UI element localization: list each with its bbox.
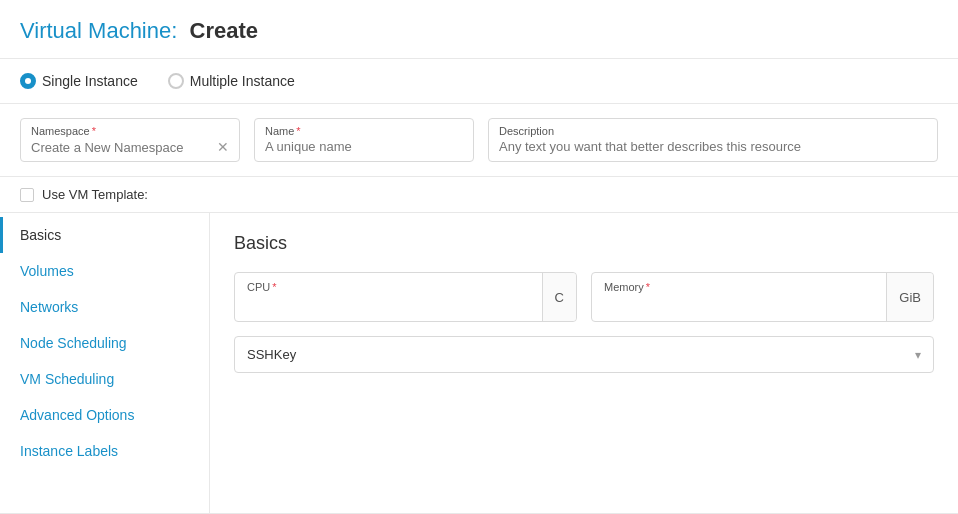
namespace-field: Namespace* ✕ <box>20 118 240 162</box>
page-title: Virtual Machine: Create <box>20 18 938 44</box>
page-header: Virtual Machine: Create <box>0 0 958 59</box>
page-wrapper: Virtual Machine: Create Single Instance … <box>0 0 958 514</box>
cpu-input[interactable] <box>247 298 530 313</box>
main-content: Basics Volumes Networks Node Scheduling … <box>0 213 958 513</box>
cpu-memory-row: CPU* C Memory* GiB <box>234 272 934 322</box>
single-instance-option[interactable]: Single Instance <box>20 73 138 89</box>
cpu-inner: CPU* <box>235 273 542 321</box>
multiple-instance-radio[interactable] <box>168 73 184 89</box>
namespace-label: Namespace* <box>31 125 229 137</box>
sidebar-item-advanced-options[interactable]: Advanced Options <box>0 397 209 433</box>
page-title-main: Create <box>190 18 258 43</box>
name-field: Name* <box>254 118 474 162</box>
namespace-wrapper: ✕ <box>31 139 229 155</box>
single-instance-radio[interactable] <box>20 73 36 89</box>
single-instance-label: Single Instance <box>42 73 138 89</box>
memory-label: Memory* <box>604 281 874 293</box>
description-field: Description <box>488 118 938 162</box>
sshkey-field[interactable]: SSHKey ▾ <box>234 336 934 373</box>
sidebar-item-networks[interactable]: Networks <box>0 289 209 325</box>
cpu-suffix: C <box>542 273 576 321</box>
vm-template-label: Use VM Template: <box>42 187 148 202</box>
description-label: Description <box>499 125 927 137</box>
sidebar-item-node-scheduling[interactable]: Node Scheduling <box>0 325 209 361</box>
basics-section-title: Basics <box>234 233 934 254</box>
vm-template-row: Use VM Template: <box>0 177 958 213</box>
clear-icon[interactable]: ✕ <box>217 139 229 155</box>
multiple-instance-option[interactable]: Multiple Instance <box>168 73 295 89</box>
vm-template-checkbox[interactable] <box>20 188 34 202</box>
name-label: Name* <box>265 125 463 137</box>
form-row: Namespace* ✕ Name* Description <box>0 104 958 177</box>
memory-field: Memory* GiB <box>591 272 934 322</box>
page-title-prefix: Virtual Machine: <box>20 18 177 43</box>
namespace-input[interactable] <box>31 140 213 155</box>
memory-inner: Memory* <box>592 273 886 321</box>
chevron-down-icon: ▾ <box>915 348 921 362</box>
sidebar-item-vm-scheduling[interactable]: VM Scheduling <box>0 361 209 397</box>
sidebar: Basics Volumes Networks Node Scheduling … <box>0 213 210 513</box>
cpu-field: CPU* C <box>234 272 577 322</box>
content-area: Basics CPU* C M <box>210 213 958 513</box>
cpu-label: CPU* <box>247 281 530 293</box>
description-input[interactable] <box>499 139 927 154</box>
name-input[interactable] <box>265 139 463 154</box>
multiple-instance-label: Multiple Instance <box>190 73 295 89</box>
memory-input[interactable] <box>604 298 874 313</box>
sshkey-label: SSHKey <box>247 347 915 362</box>
sidebar-item-basics[interactable]: Basics <box>0 217 209 253</box>
sidebar-item-volumes[interactable]: Volumes <box>0 253 209 289</box>
sidebar-item-instance-labels[interactable]: Instance Labels <box>0 433 209 469</box>
instance-selector: Single Instance Multiple Instance <box>0 59 958 104</box>
memory-suffix: GiB <box>886 273 933 321</box>
